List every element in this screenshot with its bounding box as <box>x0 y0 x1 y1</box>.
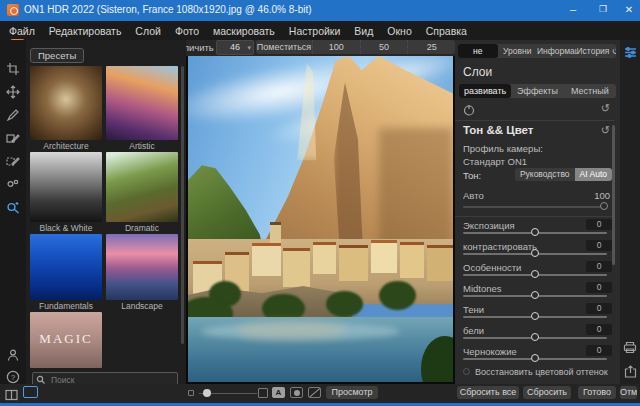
camera-profile-value[interactable]: Стандарт ON1 <box>463 156 527 167</box>
title-bar[interactable]: ON1 HDR 2022 (Sisteron, France 1080x1920… <box>0 0 640 21</box>
zoom-50-button[interactable]: 50 <box>360 40 408 54</box>
slider-knob[interactable] <box>531 312 539 320</box>
slider-value[interactable]: 0 <box>586 303 612 314</box>
preset-caption[interactable]: Fundamentals <box>30 301 102 311</box>
preset-caption[interactable]: Dramatic <box>106 223 178 233</box>
preset-thumb-artistic[interactable] <box>106 66 178 140</box>
menu-mask[interactable]: маскировать <box>213 25 275 37</box>
menu-help[interactable]: Справка <box>426 25 467 37</box>
minimize-button[interactable]: – <box>558 0 588 21</box>
close-button[interactable]: ✕ <box>618 0 640 21</box>
preset-thumb-fundamentals[interactable] <box>30 234 102 300</box>
power-toggle-icon[interactable] <box>463 102 475 120</box>
slider-knob[interactable] <box>531 270 539 278</box>
slider-contrast[interactable] <box>463 253 607 255</box>
slider-value[interactable]: 0 <box>586 219 612 230</box>
cancel-button[interactable]: Отмена <box>620 386 637 399</box>
slider-blacks[interactable] <box>463 358 607 360</box>
restore-tint-label[interactable]: Восстановить цветовой оттенок <box>475 367 608 377</box>
slider-value[interactable]: 0 <box>586 345 612 356</box>
preset-caption[interactable]: Architecture <box>30 141 102 151</box>
tab-levels[interactable]: Уровни <box>498 44 538 58</box>
panel-scrollbar[interactable] <box>612 125 615 265</box>
preset-thumb-landscape[interactable] <box>106 234 178 300</box>
tab-develop[interactable]: развивать <box>459 84 511 98</box>
masking-bug-icon[interactable] <box>6 154 20 168</box>
slider-whites[interactable] <box>463 337 607 339</box>
slider-knob[interactable] <box>531 249 539 257</box>
slider-value[interactable]: 0 <box>586 240 612 251</box>
presets-scrollbar[interactable] <box>181 66 184 344</box>
print-icon[interactable] <box>623 340 637 358</box>
tab-history[interactable]: История ↺ <box>577 44 617 58</box>
zoom-level-dropdown[interactable]: 46▾ <box>216 40 254 55</box>
tone-manual-button[interactable]: Руководство <box>515 168 575 181</box>
slider-knob[interactable] <box>531 228 539 236</box>
menu-window[interactable]: Окно <box>387 25 411 37</box>
tab-none[interactable]: не <box>458 44 498 58</box>
fit-button[interactable]: Поместиться <box>256 40 312 54</box>
preset-caption[interactable]: Artistic <box>106 141 178 151</box>
ai-quick-mask-icon[interactable] <box>6 200 20 214</box>
slider-value[interactable]: 0 <box>586 261 612 272</box>
user-icon[interactable] <box>6 348 20 362</box>
reset-button[interactable]: Сбросить <box>523 386 571 399</box>
tab-local[interactable]: Местный <box>564 84 616 98</box>
menu-photo[interactable]: Фото <box>175 25 199 37</box>
masking-brush-icon[interactable] <box>6 131 20 145</box>
preset-thumb-dramatic[interactable] <box>106 152 178 222</box>
menu-view[interactable]: Вид <box>354 25 373 37</box>
split-view-icon[interactable] <box>308 387 321 398</box>
tone-reset-icon[interactable]: ↺ <box>601 124 610 137</box>
auto-slider-knob[interactable] <box>600 202 608 210</box>
restore-tint-radio[interactable] <box>463 368 470 375</box>
divider <box>455 120 615 121</box>
zoom-100-button[interactable]: 100 <box>312 40 360 54</box>
layers-header[interactable]: Слои <box>463 65 492 79</box>
slider-exposure[interactable] <box>463 232 607 234</box>
presets-tab[interactable]: Пресеты <box>30 48 84 63</box>
slider-knob[interactable] <box>531 354 539 362</box>
move-icon[interactable] <box>6 85 20 99</box>
preview-opacity-knob[interactable] <box>203 389 211 397</box>
preview-a-icon[interactable]: A <box>272 387 285 398</box>
brush-icon[interactable] <box>6 108 20 122</box>
photo-canvas[interactable] <box>188 56 453 382</box>
crop-icon[interactable] <box>6 62 20 76</box>
slider-value[interactable]: 0 <box>586 282 612 293</box>
done-button[interactable]: Готово <box>578 386 616 399</box>
slider-shadows[interactable] <box>463 316 607 318</box>
tone-color-header[interactable]: Тон && Цвет <box>463 124 533 136</box>
slider-midtones[interactable] <box>463 295 607 297</box>
tab-effects[interactable]: Эффекты <box>511 84 563 98</box>
soft-proof-icon[interactable] <box>188 390 194 396</box>
menu-layer[interactable]: Слой <box>135 25 161 37</box>
tab-info[interactable]: Информация <box>537 44 577 58</box>
slider-knob[interactable] <box>531 291 539 299</box>
preset-thumb-black-white[interactable] <box>30 152 102 222</box>
reset-all-button[interactable]: Сбросить все <box>457 386 519 399</box>
menu-edit[interactable]: Редактировать <box>49 25 122 37</box>
preset-caption[interactable]: Landscape <box>106 301 178 311</box>
section-reset-icon[interactable]: ↺ <box>601 102 610 115</box>
maximize-button[interactable]: ❐ <box>588 0 618 21</box>
slider-knob[interactable] <box>531 333 539 341</box>
menu-file[interactable]: Файл <box>9 25 35 37</box>
preset-thumb-architecture[interactable] <box>30 66 102 140</box>
slider-value[interactable]: 0 <box>586 324 612 335</box>
slider-highlights[interactable] <box>463 274 607 276</box>
preset-caption[interactable]: Black & White <box>30 223 102 233</box>
help-icon[interactable]: ? <box>6 370 20 384</box>
zoom-25-button[interactable]: 25 <box>407 40 455 54</box>
tone-ai-auto-button[interactable]: AI Auto <box>575 168 612 181</box>
single-view-icon[interactable] <box>23 386 38 398</box>
auto-slider[interactable] <box>463 206 607 208</box>
mask-view-icon[interactable] <box>290 387 303 398</box>
export-icon[interactable] <box>624 364 637 382</box>
edit-module-icon[interactable] <box>624 45 637 63</box>
menu-settings[interactable]: Настройки <box>289 25 341 37</box>
preview-checkbox[interactable] <box>258 388 268 398</box>
preset-thumb-magic[interactable]: MAGIC <box>30 312 102 368</box>
preview-button[interactable]: Просмотр <box>326 386 378 399</box>
refine-icon[interactable] <box>6 177 20 191</box>
